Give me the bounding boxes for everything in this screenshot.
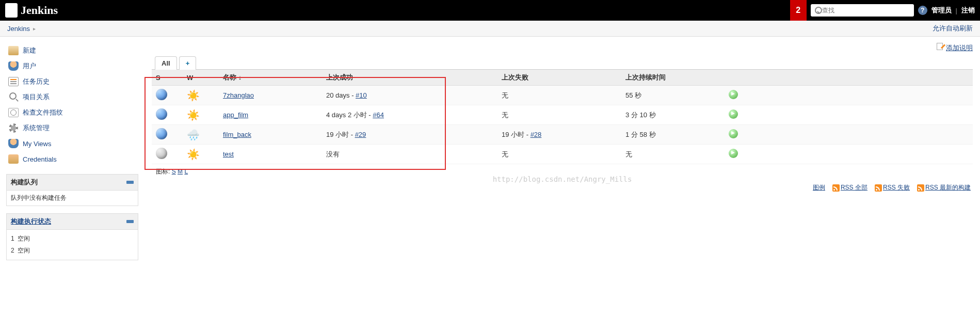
job-row: ☀️ test 没有 无 无 — [152, 145, 973, 164]
job-name-link[interactable]: app_film — [223, 111, 248, 119]
rss-icon — [875, 184, 882, 192]
queue-header: 构建队列 — [11, 178, 38, 187]
status-ball-icon — [156, 108, 167, 120]
tab-add[interactable]: + — [179, 56, 197, 70]
col-status[interactable]: S — [152, 70, 183, 86]
task-link[interactable]: 系统管理 — [23, 123, 50, 133]
rss-icon — [832, 184, 840, 192]
last-failure-cell: 无 — [497, 145, 621, 164]
tab-all[interactable]: All — [155, 56, 177, 70]
admin-link[interactable]: 管理员 — [931, 6, 952, 15]
sidebar: 新建用户任务历史项目关系检查文件指纹系统管理My ViewsCredential… — [0, 37, 144, 266]
edit-icon — [937, 43, 944, 50]
main-panel: 添加说明 All + S W 名称 ↓ 上次成功 上次失败 上次持续时间 ☀️ … — [144, 37, 980, 266]
build-link[interactable]: #64 — [373, 111, 384, 119]
col-last-success[interactable]: 上次成功 — [322, 70, 497, 86]
rss-fail-link[interactable]: RSS 失败 — [883, 184, 910, 191]
schedule-build-icon[interactable] — [729, 149, 738, 158]
icon-size-m[interactable]: M — [178, 168, 183, 175]
sidebar-task[interactable]: 检查文件指纹 — [6, 105, 138, 120]
top-bar: Jenkins 2 ? 管理员 | 注销 — [0, 0, 980, 21]
collapse-icon[interactable] — [126, 181, 134, 184]
task-link[interactable]: 任务历史 — [23, 77, 50, 86]
sidebar-task[interactable]: 新建 — [6, 43, 138, 58]
queue-empty-text: 队列中没有构建任务 — [7, 191, 138, 206]
cred-icon — [8, 154, 19, 164]
search-icon — [814, 7, 821, 14]
help-icon[interactable]: ? — [918, 6, 927, 15]
last-duration-cell: 55 秒 — [621, 86, 725, 105]
search-box[interactable] — [811, 4, 914, 17]
icon-size-l[interactable]: L — [184, 168, 188, 175]
sidebar-task[interactable]: 系统管理 — [6, 120, 138, 136]
legend-link[interactable]: 图例 — [813, 183, 825, 192]
status-ball-icon — [156, 148, 167, 159]
last-success-cell: 19 小时 - #29 — [322, 125, 497, 145]
sidebar-task[interactable]: 用户 — [6, 58, 138, 74]
rss-icon — [917, 184, 924, 192]
jenkins-logo-icon — [5, 3, 18, 18]
sidebar-task[interactable]: 项目关系 — [6, 89, 138, 105]
job-name-link[interactable]: test — [223, 150, 234, 158]
sidebar-task[interactable]: Credentials — [6, 151, 138, 167]
build-link[interactable]: #29 — [355, 131, 366, 138]
breadcrumb-root[interactable]: Jenkins — [7, 25, 30, 33]
task-link[interactable]: 项目关系 — [23, 92, 50, 102]
new-icon — [8, 45, 19, 56]
logout-link[interactable]: 注销 — [961, 6, 975, 15]
collapse-icon[interactable] — [126, 220, 134, 223]
task-link[interactable]: 用户 — [23, 61, 36, 71]
gear-icon — [8, 123, 19, 133]
last-success-cell: 4 days 2 小时 - #64 — [322, 105, 497, 125]
icon-size-s[interactable]: S — [172, 168, 176, 175]
rss-latest-link[interactable]: RSS 最新的构建 — [925, 184, 971, 191]
executor-row: 1 空闲 — [11, 233, 134, 245]
build-queue-pane: 构建队列 队列中没有构建任务 — [6, 174, 138, 206]
schedule-build-icon[interactable] — [729, 109, 738, 119]
status-ball-icon — [156, 89, 167, 100]
sidebar-task[interactable]: My Views — [6, 136, 138, 151]
add-description-link[interactable]: 添加说明 — [946, 44, 973, 52]
last-failure-cell: 19 小时 - #28 — [497, 125, 621, 145]
build-link[interactable]: #10 — [356, 91, 367, 99]
search-input[interactable] — [822, 7, 910, 14]
last-failure-cell: 无 — [497, 105, 621, 125]
search-icon — [8, 92, 19, 102]
sidebar-task[interactable]: 任务历史 — [6, 74, 138, 89]
executor-row: 2 空闲 — [11, 245, 134, 257]
weather-icon: ☀️ — [187, 109, 200, 121]
history-icon — [8, 76, 19, 87]
last-failure-cell: 无 — [497, 86, 621, 105]
weather-icon: ☀️ — [187, 90, 200, 101]
notification-badge[interactable]: 2 — [790, 0, 807, 21]
logo-text: Jenkins — [21, 4, 58, 17]
col-weather[interactable]: W — [183, 70, 219, 86]
rss-all-link[interactable]: RSS 全部 — [841, 184, 867, 191]
schedule-build-icon[interactable] — [729, 90, 738, 99]
last-duration-cell: 3 分 10 秒 — [621, 105, 725, 125]
view-tabs: All + — [152, 56, 973, 70]
job-name-link[interactable]: film_back — [223, 131, 251, 138]
executor-pane: 构建执行状态 1 空闲2 空闲 — [6, 213, 138, 260]
finger-icon — [8, 107, 19, 118]
job-name-link[interactable]: 7zhanglao — [223, 91, 254, 99]
auto-refresh-link[interactable]: 允许自动刷新 — [933, 24, 973, 32]
last-success-cell: 没有 — [322, 145, 497, 164]
task-link[interactable]: My Views — [23, 140, 51, 148]
last-success-cell: 20 days - #10 — [322, 86, 497, 105]
job-row: ☀️ 7zhanglao 20 days - #10 无 55 秒 — [152, 86, 973, 105]
task-link[interactable]: Credentials — [23, 155, 57, 163]
job-row: 🌧️ film_back 19 小时 - #29 19 小时 - #28 1 分… — [152, 125, 973, 145]
build-link[interactable]: #28 — [531, 131, 542, 138]
logo[interactable]: Jenkins — [5, 3, 58, 18]
executor-header[interactable]: 构建执行状态 — [11, 217, 51, 226]
task-list: 新建用户任务历史项目关系检查文件指纹系统管理My ViewsCredential… — [6, 43, 138, 167]
jobs-table: S W 名称 ↓ 上次成功 上次失败 上次持续时间 ☀️ 7zhanglao 2… — [152, 70, 973, 164]
col-last-failure[interactable]: 上次失败 — [497, 70, 621, 86]
schedule-build-icon[interactable] — [729, 129, 738, 138]
task-link[interactable]: 检查文件指纹 — [23, 108, 63, 117]
task-link[interactable]: 新建 — [23, 46, 36, 55]
col-name[interactable]: 名称 ↓ — [219, 70, 322, 86]
user-icon — [8, 61, 19, 71]
col-last-duration[interactable]: 上次持续时间 — [621, 70, 725, 86]
